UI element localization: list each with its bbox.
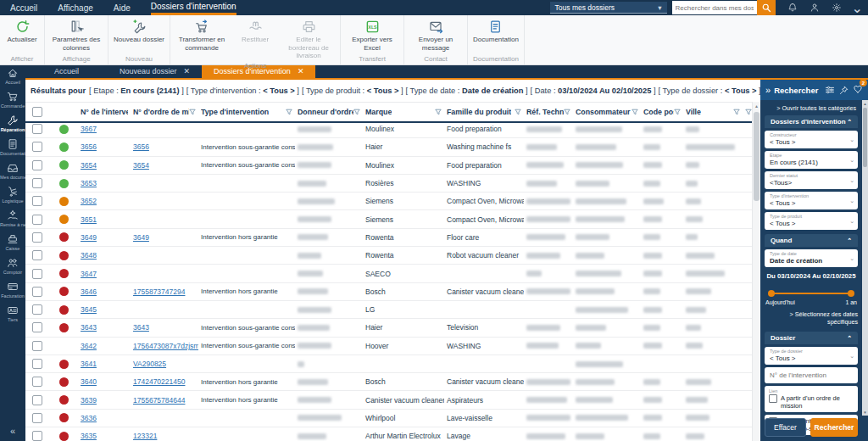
open-all-categories-link[interactable]: > Ouvrir toutes les catégories <box>760 100 868 115</box>
menu-item[interactable]: Affichage <box>58 0 93 15</box>
mission-order-link[interactable]: 1756473087x7dzjsmoPg <box>133 342 198 350</box>
row-checkbox[interactable] <box>32 124 42 134</box>
table-row[interactable]: 3641VA290825 <box>25 355 753 373</box>
slider-handle-right[interactable] <box>848 290 854 297</box>
intervention-number-link[interactable]: 3648 <box>81 251 97 260</box>
dossier-type-select[interactable]: Type de dossier < Tous > ⌄ <box>765 347 858 365</box>
clear-button[interactable]: Effacer <box>765 418 806 437</box>
row-checkbox[interactable] <box>32 142 42 152</box>
row-checkbox[interactable] <box>32 250 42 260</box>
row-checkbox[interactable] <box>32 359 42 369</box>
row-checkbox[interactable] <box>32 322 42 332</box>
filter-icon[interactable] <box>515 109 521 115</box>
collapse-panel-icon[interactable]: » <box>765 85 771 95</box>
sidebar-item-documentation[interactable]: Documentation <box>0 138 25 157</box>
mission-order-link[interactable]: 3643 <box>133 323 149 332</box>
pin-icon[interactable] <box>839 86 849 95</box>
table-row[interactable]: 3667MoulinexFood preparation <box>25 120 753 138</box>
sidebar-item-mes-documents[interactable]: Mes documents <box>0 162 25 181</box>
table-row[interactable]: 3652SiemensCompact Oven, Microwave <box>25 193 753 210</box>
user-icon[interactable] <box>810 3 820 13</box>
column-header-label[interactable]: N° de l'intervention <box>81 108 128 116</box>
table-row[interactable]: 3653RosièresWASHING <box>25 175 753 193</box>
sidebar-item-caisse[interactable]: Caisse <box>0 233 25 252</box>
section-header[interactable]: Dossiers d'intervention ⌃ <box>765 115 858 128</box>
column-header-label[interactable]: Ville <box>686 108 701 116</box>
column-header-label[interactable]: Code postal <box>643 108 674 116</box>
filter-icon[interactable] <box>674 109 681 115</box>
column-header-label[interactable]: Marque <box>365 108 392 116</box>
ribbon-button-actualiser[interactable]: Actualiser <box>0 15 44 53</box>
intervention-number-link[interactable]: 3652 <box>81 197 97 205</box>
table-row[interactable]: 36563656Intervention sous-garantie const… <box>25 138 753 156</box>
table-row[interactable]: 3648RowentaRobot vacuum cleaner <box>25 247 753 265</box>
mission-order-link[interactable]: 1755675784644 <box>133 396 185 405</box>
sidebar-item-commande[interactable]: Commande <box>0 91 25 109</box>
menu-item[interactable]: Aide <box>114 0 131 15</box>
section-header[interactable]: Quand ⌃ <box>765 234 858 247</box>
sidebar-item-facturation[interactable]: Facturation <box>0 281 25 299</box>
intervention-number-link[interactable]: 3649 <box>81 233 97 242</box>
sidebar-item-tiers[interactable]: Tiers <box>0 304 25 323</box>
table-row[interactable]: 3651SiemensCompact Oven, Microwave <box>25 210 753 228</box>
column-header-label[interactable]: N° d'ordre de mission <box>133 108 189 116</box>
row-checkbox[interactable] <box>32 196 42 206</box>
filter-select-type-d-intervention[interactable]: Type d'intervention< Tous >⌄ <box>765 192 858 209</box>
intervention-number-link[interactable]: 3646 <box>81 287 97 296</box>
intervention-number-link[interactable]: 3656 <box>81 142 97 151</box>
table-scrollbar[interactable]: ▲ <box>752 102 760 441</box>
intervention-number-link[interactable]: 3654 <box>81 161 97 170</box>
ribbon-button-documentation[interactable]: Documentation <box>468 15 524 53</box>
sidebar-collapse-icon[interactable]: « <box>10 426 15 436</box>
scroll-up-icon[interactable]: ▲ <box>753 102 760 110</box>
scroll-down-icon[interactable]: ▼ <box>862 409 868 416</box>
chevron-down-icon[interactable]: ⌄ <box>852 0 863 16</box>
mission-order-link[interactable]: 1742470221450 <box>133 377 185 386</box>
scope-dropdown[interactable]: Tous mes dossiers ▾ <box>550 2 667 14</box>
global-search-input[interactable] <box>672 1 757 14</box>
intervention-number-link[interactable]: 3641 <box>81 360 97 368</box>
intervention-number-link[interactable]: 3635 <box>81 432 97 440</box>
intervention-number-link[interactable]: 3645 <box>81 305 97 314</box>
intervention-number-link[interactable]: 3643 <box>81 323 97 332</box>
mission-order-checkbox[interactable] <box>769 394 777 403</box>
filter-select-etape[interactable]: EtapeEn cours (2141)⌄ <box>765 151 858 169</box>
ribbon-button-envoyer-un-message[interactable]: Envoyer un message <box>404 15 467 53</box>
ribbon-button-transformer-en-commande[interactable]: Transformer en commande <box>170 15 233 60</box>
filter-icon[interactable] <box>189 109 196 115</box>
row-checkbox[interactable] <box>32 215 42 225</box>
sidebar-item-logistique[interactable]: Logistique <box>0 186 25 204</box>
sidebar-item-comptoir[interactable]: Comptoir <box>0 257 25 276</box>
table-row[interactable]: 3645LG <box>25 301 753 319</box>
scroll-up-icon[interactable]: ▲ <box>862 100 868 107</box>
select-all-checkbox[interactable] <box>32 107 42 117</box>
tab-accueil[interactable]: Accueil <box>25 64 108 78</box>
row-checkbox[interactable] <box>32 395 42 405</box>
filter-icon[interactable] <box>564 109 570 115</box>
table-row[interactable]: 36493649Intervention hors garantieRowent… <box>25 229 753 247</box>
row-checkbox[interactable] <box>32 287 42 297</box>
row-checkbox[interactable] <box>32 232 42 243</box>
table-row[interactable]: 36433643Intervention sous-garantie const… <box>25 319 753 337</box>
specific-dates-link[interactable]: > Sélectionnez des dates spécifiques <box>765 305 858 327</box>
mission-order-link[interactable]: 123321 <box>133 432 157 440</box>
scrollbar-thumb[interactable] <box>754 112 760 201</box>
row-checkbox[interactable] <box>32 269 42 279</box>
filter-icon[interactable] <box>435 109 442 115</box>
table-row[interactable]: 36461755873747294Intervention hors garan… <box>25 283 753 301</box>
mission-order-link[interactable]: 3656 <box>133 142 149 151</box>
ribbon-button-nouveau-dossier[interactable]: Nouveau dossier <box>108 15 170 53</box>
table-row[interactable]: 3636WhirlpoolLave-vaisselle <box>25 410 753 427</box>
intervention-number-link[interactable]: 3647 <box>81 270 97 278</box>
mission-order-link[interactable]: 3649 <box>133 233 149 242</box>
intervention-number-link[interactable]: 3636 <box>81 414 97 422</box>
mission-order-link[interactable]: 1755873747294 <box>133 287 185 296</box>
intervention-number-link[interactable]: 3667 <box>81 125 97 133</box>
row-checkbox[interactable] <box>32 341 42 351</box>
filter-select-dernier-statut[interactable]: Dernier statut<Tous>⌄ <box>765 171 858 189</box>
intervention-number-link[interactable]: 3640 <box>81 377 97 386</box>
row-checkbox[interactable] <box>32 431 42 441</box>
row-checkbox[interactable] <box>32 160 42 170</box>
filter-settings-icon[interactable] <box>825 85 835 95</box>
ribbon-button-param-tres-des-colonnes[interactable]: Paramètres des colonnes <box>45 15 108 53</box>
